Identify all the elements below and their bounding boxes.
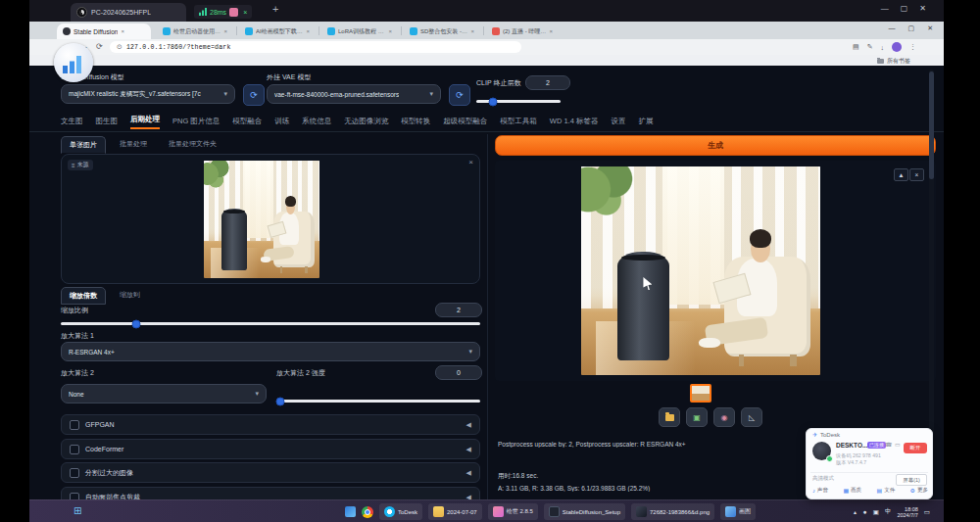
palette-button[interactable]: ◉ <box>713 407 735 427</box>
slider-handle[interactable] <box>132 319 141 328</box>
ime-indicator[interactable]: 中 <box>885 507 892 516</box>
scale-value[interactable]: 2 <box>435 303 482 317</box>
gallery-thumbnail[interactable] <box>690 384 711 403</box>
tray-chevron-icon[interactable]: ▲ <box>853 509 858 515</box>
send-to-extras-button[interactable]: ◺ <box>741 407 762 427</box>
tab-checkpoint-merger[interactable]: 模型融合 <box>232 117 262 129</box>
extension-icon[interactable]: ✎ <box>867 43 873 51</box>
sound-tool[interactable]: ♪ 声音 <box>812 487 828 494</box>
accordion-split-oversized[interactable]: 分割过大的图像 ◀ <box>61 462 480 483</box>
resize-to-tab[interactable]: 缩放到 <box>116 287 144 305</box>
minimize-button[interactable]: — <box>889 24 896 32</box>
clip-skip-value[interactable]: 2 <box>525 75 570 90</box>
tab-super-merger[interactable]: 超级模型融合 <box>443 117 487 129</box>
checkbox[interactable] <box>70 468 79 478</box>
tab-close-icon[interactable]: × <box>470 28 474 34</box>
refresh-vae-button[interactable]: ⟳ <box>449 84 470 106</box>
new-session-button[interactable]: + <box>272 3 278 15</box>
gallery-expand-button[interactable]: ▲ <box>894 168 908 181</box>
close-button[interactable]: ✕ <box>919 4 926 13</box>
tab-image-browser[interactable]: 无边图像浏览 <box>344 117 388 129</box>
source-image-dropzone[interactable]: ≡ 来源 × <box>61 154 480 284</box>
subtab-single-image[interactable]: 单张图片 <box>61 136 106 154</box>
menu-kebab-icon[interactable]: ⋮ <box>909 43 916 51</box>
close-button[interactable]: ✕ <box>927 24 933 32</box>
tab-wd-tagger[interactable]: WD 1.4 标签器 <box>550 117 599 129</box>
checkbox[interactable] <box>70 445 79 454</box>
taskbar-item-sd-console[interactable]: StableDiffusion_Setup <box>544 503 625 520</box>
all-bookmarks-button[interactable]: 所有书签 <box>877 57 910 66</box>
taskbar-item-paint[interactable]: 画图 <box>720 503 756 520</box>
start-tile-icon[interactable] <box>345 506 356 517</box>
sd-model-dropdown[interactable]: majicMIX realistic 麦橘写实_v7.safetensors [… <box>61 84 235 104</box>
browser-tab-active[interactable]: Stable Diffusion × <box>57 24 151 39</box>
volume-icon[interactable]: ● <box>863 508 867 515</box>
browser-tab[interactable]: AI绘画模型下载 - 哔哩哔哩 × <box>239 24 316 39</box>
tab-system-info[interactable]: 系统信息 <box>302 117 331 129</box>
tab-txt2img[interactable]: 文生图 <box>61 117 83 129</box>
subtab-batch-process[interactable]: 批量处理 <box>112 136 155 154</box>
tab-close-icon[interactable]: × <box>549 28 553 34</box>
slider-handle[interactable] <box>276 397 285 405</box>
profile-avatar[interactable] <box>892 42 902 52</box>
tab-extensions[interactable]: 扩展 <box>638 117 653 129</box>
close-session-icon[interactable]: × <box>243 9 247 16</box>
tab-png-info[interactable]: PNG 图片信息 <box>172 117 220 129</box>
screen-view-icon[interactable]: ▭ <box>895 441 901 448</box>
tab-img2img[interactable]: 图生图 <box>96 117 119 129</box>
tab-extras[interactable]: 后期处理 <box>130 115 160 129</box>
file-transfer-tool[interactable]: ▤ 文件 <box>877 487 896 494</box>
tab-settings[interactable]: 设置 <box>611 117 625 129</box>
notification-icon[interactable]: ▭ <box>924 508 930 516</box>
minimize-button[interactable]: — <box>881 4 889 13</box>
accordion-auto-face-crop[interactable]: 自动面部焦点剪裁 ◀ <box>61 487 480 499</box>
accordion-gfpgan[interactable]: GFPGAN ◀ <box>61 414 480 435</box>
remote-session-tab[interactable]: PC-20240625HFPL <box>71 3 186 22</box>
maximize-button[interactable]: ▢ <box>901 4 908 13</box>
reading-list-icon[interactable]: ▤ <box>853 43 859 51</box>
chrome-taskbar-icon[interactable] <box>362 506 373 518</box>
browser-tab[interactable]: (2) 直播 - 哔哩哔哩 × <box>486 24 559 39</box>
open-folder-button[interactable] <box>659 407 680 427</box>
result-image[interactable] <box>581 166 820 375</box>
more-tool[interactable]: ⚙ 更多 <box>910 487 928 494</box>
upscaler2-visibility-value[interactable]: 0 <box>435 365 482 380</box>
start-button[interactable]: ⊞ <box>74 505 81 516</box>
quality-tool[interactable]: ▦ 画质 <box>843 487 861 494</box>
browser-tab[interactable]: SD整合包安装 - 哔哩哔哩 × <box>404 24 480 39</box>
browser-tab[interactable]: LoRA训练教程 - 哔哩哔哩 × <box>321 24 398 39</box>
subtab-batch-folder[interactable]: 批量处理文件夹 <box>161 136 224 154</box>
upscaler2-visibility-slider[interactable] <box>276 400 480 403</box>
tab-close-icon[interactable]: × <box>223 28 227 34</box>
site-info-icon[interactable]: ⊙ <box>117 43 122 51</box>
network-icon[interactable]: ▣ <box>873 508 879 516</box>
taskbar-item-launcher[interactable]: 绘世 2.8.5 <box>488 503 538 520</box>
tab-train[interactable]: 训练 <box>274 117 289 129</box>
save-button[interactable]: ▣ <box>686 407 708 427</box>
voice-call-icon[interactable]: ☎ <box>885 441 892 448</box>
upscaler1-dropdown[interactable]: R-ESRGAN 4x+ ▾ <box>61 342 480 361</box>
address-bar[interactable]: ⊙ 127.0.0.1:7860/?theme=dark <box>110 41 521 53</box>
taskbar-item-png-viewer[interactable]: 72682-1983866&d.png <box>631 503 714 520</box>
maximize-button[interactable]: ▢ <box>908 24 915 32</box>
reload-icon[interactable]: ⟳ <box>96 42 103 51</box>
checkbox[interactable] <box>70 420 79 430</box>
checkbox[interactable] <box>70 493 79 500</box>
clear-image-icon[interactable]: × <box>468 158 473 166</box>
download-icon[interactable]: ↓ <box>881 44 885 51</box>
tab-close-icon[interactable]: × <box>388 28 392 34</box>
tab-close-icon[interactable]: × <box>306 28 310 34</box>
taskbar-item-folder[interactable]: 2024-07-07 <box>428 503 482 520</box>
refresh-sd-model-button[interactable]: ⟳ <box>243 84 265 106</box>
screenshot-icon[interactable] <box>229 8 238 17</box>
scrollbar-thumb[interactable] <box>929 71 934 179</box>
generate-button[interactable]: 生成 <box>495 135 936 156</box>
disconnect-button[interactable]: 断开 <box>904 443 927 453</box>
screen-select-button[interactable]: 屏幕(1) <box>896 474 927 486</box>
gallery-close-button[interactable]: × <box>909 168 924 181</box>
resize-by-tab[interactable]: 缩放倍数 <box>61 287 106 305</box>
taskbar-item-todesk[interactable]: ToDesk <box>379 503 422 520</box>
browser-tab[interactable]: 绘世启动器使用教程 - 哔哩哔哩 × <box>157 24 233 39</box>
slider-handle[interactable] <box>489 97 498 106</box>
vae-dropdown[interactable]: vae-ft-mse-840000-ema-pruned.safetensors… <box>267 84 441 104</box>
